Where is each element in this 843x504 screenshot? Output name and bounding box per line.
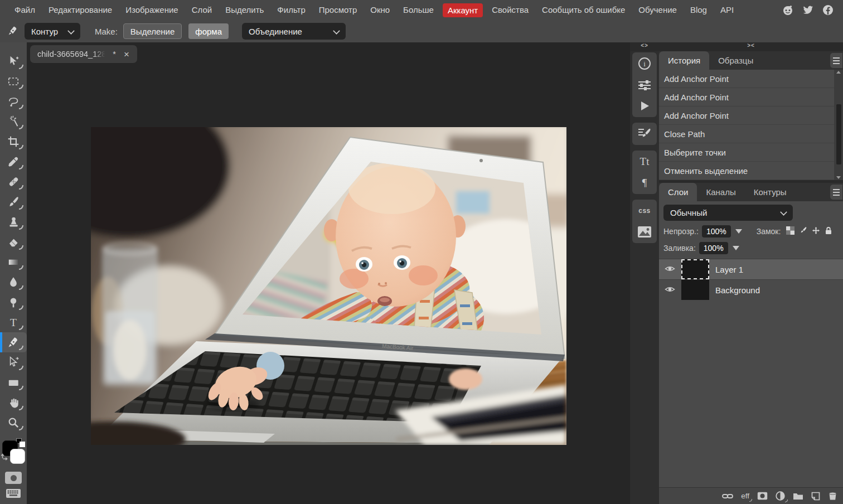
- adjustment-layer-icon[interactable]: [776, 491, 785, 501]
- reddit-icon[interactable]: [782, 4, 794, 16]
- tab-history[interactable]: История: [659, 51, 709, 70]
- info-panel-button[interactable]: i: [633, 56, 656, 71]
- make-selection-button[interactable]: Выделение: [123, 23, 182, 39]
- menu-item-file[interactable]: Файл: [8, 0, 42, 20]
- new-group-icon[interactable]: [793, 492, 803, 500]
- history-step[interactable]: Add Anchor Point: [659, 70, 834, 88]
- rectangle-tool[interactable]: [0, 372, 27, 392]
- blend-mode-select[interactable]: Обычный: [663, 205, 793, 221]
- history-step[interactable]: Выберите точки: [659, 143, 834, 162]
- menu-item-view[interactable]: Просмотр: [312, 0, 364, 20]
- menu-item-more[interactable]: Больше: [396, 0, 440, 20]
- tab-paths[interactable]: Контуры: [745, 183, 796, 201]
- canvas-image[interactable]: MacBook Air: [91, 127, 566, 445]
- layer-name: Background: [715, 285, 760, 295]
- fill-label: Заливка:: [663, 244, 696, 253]
- type-tool[interactable]: T: [0, 312, 27, 332]
- menu-item-select[interactable]: Выделить: [219, 0, 270, 20]
- menu-item-edit[interactable]: Редактирование: [42, 0, 119, 20]
- layers-panel-menu-icon[interactable]: [830, 185, 842, 200]
- visibility-toggle[interactable]: [665, 265, 675, 274]
- history-step[interactable]: Add Anchor Point: [659, 88, 834, 106]
- delete-layer-icon[interactable]: [828, 492, 837, 501]
- account-button[interactable]: Аккаунт: [443, 3, 483, 17]
- close-icon[interactable]: ×: [123, 50, 130, 59]
- adjust-sliders-icon[interactable]: [633, 77, 656, 92]
- layer-thumbnail[interactable]: [681, 280, 709, 300]
- history-scrollbar[interactable]: [834, 70, 843, 180]
- document-tab[interactable]: child-3665694_128 * ×: [30, 45, 137, 63]
- menu-item-filter[interactable]: Фильтр: [270, 0, 312, 20]
- path-select-tool[interactable]: [0, 352, 27, 372]
- history-panel-menu-icon[interactable]: [830, 53, 842, 68]
- opacity-dropdown-icon[interactable]: [735, 229, 742, 234]
- menu-item-report-bug[interactable]: Сообщить об ошибке: [535, 0, 632, 20]
- visibility-toggle[interactable]: [665, 285, 675, 295]
- make-shape-button[interactable]: форма: [188, 23, 229, 39]
- rect-select-tool[interactable]: [0, 71, 27, 91]
- eraser-tool[interactable]: [0, 232, 27, 252]
- play-icon[interactable]: [633, 99, 656, 113]
- layer-thumbnail[interactable]: [681, 259, 709, 279]
- layer-row[interactable]: Layer 1: [659, 259, 843, 279]
- lasso-tool[interactable]: [0, 91, 27, 112]
- history-step[interactable]: Close Path: [659, 125, 834, 143]
- opacity-label: Непрозр.:: [663, 227, 699, 236]
- quick-mask-button[interactable]: [5, 472, 22, 484]
- fill-value[interactable]: 100%: [699, 242, 728, 254]
- css-icon[interactable]: css: [633, 203, 656, 218]
- eyedropper-tool[interactable]: [0, 152, 27, 172]
- hand-tool[interactable]: [0, 392, 27, 413]
- lock-all-icon[interactable]: [825, 226, 832, 236]
- menu-item-properties[interactable]: Свойства: [485, 0, 535, 20]
- menu-item-image[interactable]: Изображение: [119, 0, 185, 20]
- twitter-icon[interactable]: [802, 4, 814, 16]
- link-layers-icon[interactable]: [722, 493, 733, 500]
- character-icon[interactable]: Tt: [633, 154, 656, 169]
- menu-item-window[interactable]: Окно: [364, 0, 396, 20]
- swap-colors-icon[interactable]: [0, 451, 10, 463]
- scrollbar-thumb[interactable]: [836, 104, 841, 164]
- lock-transparency-icon[interactable]: [786, 226, 794, 236]
- new-layer-icon[interactable]: [811, 492, 820, 501]
- opacity-value[interactable]: 100%: [702, 225, 731, 238]
- pen-tool[interactable]: [0, 332, 27, 352]
- lock-move-icon[interactable]: [812, 226, 820, 236]
- image-icon[interactable]: [633, 225, 656, 239]
- facebook-icon[interactable]: [822, 4, 834, 16]
- combine-mode-select[interactable]: Объединение: [242, 23, 346, 40]
- fill-dropdown-icon[interactable]: [733, 246, 739, 250]
- tab-channels[interactable]: Каналы: [697, 183, 744, 201]
- layer-row[interactable]: Background: [659, 279, 843, 300]
- gradient-tool[interactable]: [0, 252, 27, 272]
- crop-tool[interactable]: [0, 132, 27, 152]
- layer-mask-icon[interactable]: [757, 492, 768, 500]
- scroll-up-icon[interactable]: [836, 71, 841, 74]
- dodge-tool[interactable]: [0, 292, 27, 312]
- blur-tool[interactable]: [0, 272, 27, 292]
- collapse-right-icon[interactable]: ><: [659, 42, 843, 51]
- collapse-left-icon[interactable]: <>: [630, 42, 659, 51]
- brush-tool[interactable]: [0, 192, 27, 212]
- magic-wand-tool[interactable]: [0, 112, 27, 132]
- menu-item-layer[interactable]: Слой: [185, 0, 219, 20]
- paragraph-icon[interactable]: ¶: [633, 176, 656, 190]
- lock-paint-icon[interactable]: [799, 226, 807, 236]
- history-step[interactable]: Отменить выделение: [659, 162, 834, 180]
- layer-effects-icon[interactable]: eff: [741, 492, 749, 500]
- zoom-tool[interactable]: [0, 413, 27, 433]
- move-tool[interactable]: [0, 51, 27, 71]
- tab-swatches[interactable]: Образцы: [709, 51, 762, 70]
- spot-heal-tool[interactable]: [0, 172, 27, 192]
- clone-stamp-tool[interactable]: [0, 212, 27, 232]
- menu-item-learn[interactable]: Обучение: [632, 0, 684, 20]
- menu-item-api[interactable]: API: [714, 0, 740, 20]
- menu-item-blog[interactable]: Blog: [684, 0, 714, 20]
- brush-settings-icon[interactable]: [633, 127, 656, 141]
- background-color-swatch[interactable]: [10, 449, 25, 464]
- scroll-down-icon[interactable]: [836, 176, 841, 179]
- path-mode-select[interactable]: Контур: [25, 23, 80, 40]
- keyboard-shortcuts-button[interactable]: [6, 488, 21, 501]
- tab-layers[interactable]: Слои: [659, 183, 697, 201]
- history-step[interactable]: Add Anchor Point: [659, 106, 834, 125]
